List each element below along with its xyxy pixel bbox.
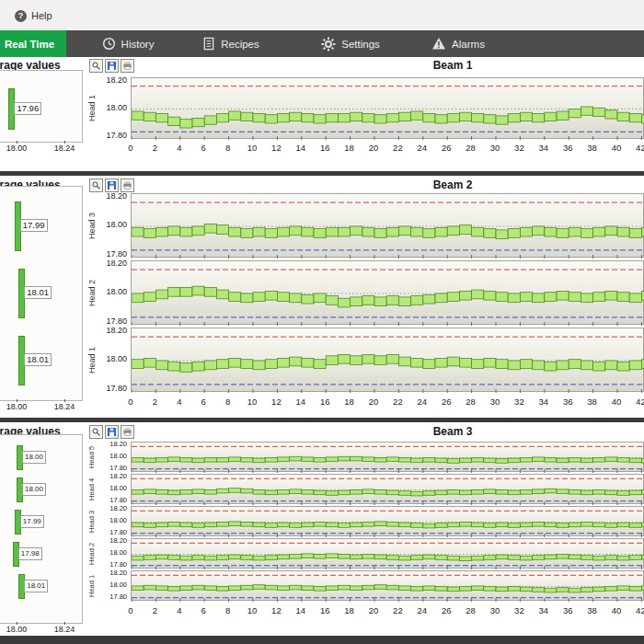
x-tick-label: 40 xyxy=(608,605,625,615)
gauge-value-head-1: 18.01 xyxy=(24,580,48,592)
tab-label: Recipes xyxy=(221,39,259,50)
y-tick-labels: 18.2018.0017.80 xyxy=(99,474,129,504)
chart-toolbar xyxy=(89,59,134,73)
main-navigation: Real Time History Recipes xyxy=(0,30,644,57)
menu-bar: ? Help xyxy=(0,0,644,31)
y-tick-label: 17.80 xyxy=(109,496,127,504)
head-plot-head-1[interactable] xyxy=(131,77,644,139)
section-divider xyxy=(0,418,644,422)
tab-history[interactable]: History xyxy=(92,30,164,57)
gauge-axis-label: 18.00 xyxy=(2,144,31,153)
x-tick-label: 4 xyxy=(171,605,188,615)
chart-region: Beam 1Head 118.2018.0017.800246810121416… xyxy=(87,57,644,171)
x-tick-label: 8 xyxy=(220,397,236,407)
y-tick-labels: 18.2018.0017.80 xyxy=(99,506,129,536)
save-icon xyxy=(108,181,116,190)
x-tick-label: 28 xyxy=(463,397,479,407)
average-values-panel: Average values17.9618.0018.24 xyxy=(0,57,83,171)
y-tick-label: 18.00 xyxy=(106,220,127,229)
head-axis-label-head-2: Head 2 xyxy=(87,260,99,325)
x-tick-label: 14 xyxy=(293,143,309,153)
x-tick-label: 36 xyxy=(559,143,576,153)
x-tick-label: 36 xyxy=(559,605,576,615)
y-tick-label: 18.20 xyxy=(106,326,127,335)
head-chart-head-3 xyxy=(132,194,644,259)
tab-alarms[interactable]: Alarms xyxy=(423,30,493,57)
head-plot-head-1[interactable] xyxy=(131,328,644,392)
x-tick-label: 16 xyxy=(316,143,333,153)
zoom-button[interactable] xyxy=(89,59,103,73)
y-tick-label: 18.20 xyxy=(109,472,127,480)
x-tick-label: 18 xyxy=(341,397,358,407)
save-button[interactable] xyxy=(105,178,119,192)
x-tick-label: 4 xyxy=(171,397,188,407)
y-tick-label: 17.80 xyxy=(106,131,127,140)
y-tick-label: 17.80 xyxy=(109,464,127,472)
head-plot-head-5[interactable] xyxy=(131,442,644,472)
y-tick-label: 18.20 xyxy=(109,440,127,448)
beam-section-3: Average values18.0018.0017.9917.9818.011… xyxy=(0,422,644,636)
save-button[interactable] xyxy=(105,425,119,439)
gauge-axis-label: 18.24 xyxy=(50,402,79,411)
x-tick-label: 28 xyxy=(463,605,479,615)
x-tick-label: 36 xyxy=(559,397,576,407)
tab-real-time[interactable]: Real Time xyxy=(0,30,66,57)
head-plot-head-3[interactable] xyxy=(131,506,644,536)
zoom-icon xyxy=(92,62,100,70)
head-chart-head-5 xyxy=(132,443,644,473)
x-tick-label: 42 xyxy=(632,397,644,407)
tab-settings[interactable]: Settings xyxy=(313,30,388,57)
gauge-value-head-5: 18.00 xyxy=(22,451,46,464)
x-tick-label: 20 xyxy=(365,397,382,407)
y-tick-labels: 18.2018.0017.80 xyxy=(99,570,129,601)
x-tick-label: 42 xyxy=(632,605,644,615)
application-window: ? Help Real Time History xyxy=(0,0,644,644)
x-tick-label: 10 xyxy=(244,143,260,153)
y-tick-label: 17.80 xyxy=(106,249,127,259)
help-menu[interactable]: ? Help xyxy=(11,7,56,24)
head-plot-head-4[interactable] xyxy=(131,474,644,504)
tab-recipes[interactable]: Recipes xyxy=(195,30,267,57)
gauge-value-head-1: 17.96 xyxy=(14,102,41,115)
head-axis-label-head-5: Head 5 xyxy=(87,442,99,472)
y-tick-label: 18.20 xyxy=(106,75,127,85)
y-tick-label: 17.80 xyxy=(109,560,127,569)
y-tick-labels: 18.2018.0017.80 xyxy=(99,193,129,258)
head-plot-head-2[interactable] xyxy=(131,260,644,325)
gauge-value-head-1: 18.01 xyxy=(24,353,52,366)
x-tick-label: 34 xyxy=(535,143,552,153)
x-tick-label: 30 xyxy=(487,397,503,407)
head-axis-label-head-3: Head 3 xyxy=(87,193,99,258)
y-tick-label: 18.00 xyxy=(109,548,127,557)
x-tick-label: 16 xyxy=(316,605,333,615)
save-button[interactable] xyxy=(105,59,119,73)
save-icon xyxy=(108,62,116,70)
zoom-button[interactable] xyxy=(89,178,103,192)
y-tick-labels: 18.2018.0017.80 xyxy=(99,260,129,325)
x-tick-label: 32 xyxy=(511,605,527,615)
zoom-button[interactable] xyxy=(89,425,103,439)
gauge-axis-label: 18.00 xyxy=(2,402,31,411)
x-tick-label: 32 xyxy=(511,397,527,407)
x-tick-label: 38 xyxy=(584,397,601,407)
beam-section-1: Average values17.9618.0018.24Beam 1Head … xyxy=(0,57,644,171)
x-tick-label: 0 xyxy=(122,143,139,153)
head-axis-label-head-1: Head 1 xyxy=(87,570,99,601)
y-tick-label: 18.00 xyxy=(106,103,127,112)
chart-toolbar xyxy=(89,425,134,439)
head-plot-head-1[interactable] xyxy=(131,570,644,601)
beam-title-1: Beam 1 xyxy=(131,59,644,72)
y-tick-label: 17.80 xyxy=(109,592,127,601)
x-tick-label: 6 xyxy=(195,605,212,615)
y-tick-label: 18.20 xyxy=(109,569,127,577)
x-tick-label: 10 xyxy=(244,397,260,407)
x-tick-label: 34 xyxy=(535,397,552,407)
head-plot-head-3[interactable] xyxy=(131,193,644,258)
save-icon xyxy=(108,428,116,436)
x-tick-label: 20 xyxy=(365,143,382,153)
head-plot-head-2[interactable] xyxy=(131,538,644,569)
x-tick-label: 18 xyxy=(341,605,358,615)
head-chart-head-1 xyxy=(132,571,644,602)
zoom-icon xyxy=(92,181,100,190)
x-tick-label: 18 xyxy=(341,143,358,153)
